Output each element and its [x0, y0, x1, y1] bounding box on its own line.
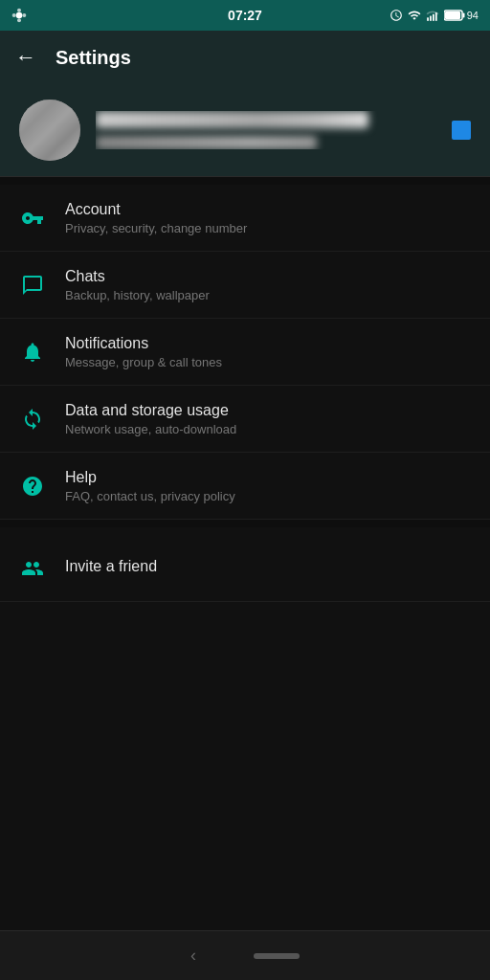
svg-rect-5: [427, 17, 429, 21]
notifications-subtitle: Message, group & call tones: [65, 355, 471, 369]
back-button[interactable]: ←: [15, 45, 36, 70]
svg-point-0: [16, 12, 23, 19]
invite-text: Invite a friend: [65, 558, 471, 578]
chats-icon: [19, 272, 46, 299]
help-subtitle: FAQ, contact us, privacy policy: [65, 489, 471, 503]
settings-item-notifications[interactable]: Notifications Message, group & call tone…: [0, 319, 490, 386]
svg-point-2: [22, 13, 26, 17]
app-header: ← Settings: [0, 31, 490, 84]
petal-icon: [11, 8, 27, 23]
help-icon: [19, 473, 46, 500]
svg-point-1: [17, 9, 21, 12]
wifi-icon: [408, 9, 421, 22]
status-bar-time: 07:27: [228, 8, 262, 23]
status-bar-left: [11, 8, 27, 23]
bottom-nav: ‹: [0, 930, 490, 980]
svg-rect-8: [435, 12, 437, 21]
signal-icon: [426, 9, 439, 22]
settings-title: Settings: [56, 47, 131, 69]
alarm-icon: [390, 9, 403, 22]
data-title: Data and storage usage: [65, 402, 471, 419]
battery-level: 94: [467, 10, 479, 21]
settings-list: Account Privacy, security, change number…: [0, 185, 490, 930]
invite-divider: [0, 520, 490, 527]
svg-point-3: [17, 18, 21, 22]
settings-item-help[interactable]: Help FAQ, contact us, privacy policy: [0, 453, 490, 520]
data-subtitle: Network usage, auto-download: [65, 422, 471, 436]
settings-item-data[interactable]: Data and storage usage Network usage, au…: [0, 386, 490, 453]
svg-rect-6: [430, 16, 432, 21]
invite-title: Invite a friend: [65, 558, 471, 575]
help-title: Help: [65, 469, 471, 486]
invite-icon: [19, 555, 46, 582]
data-icon: [19, 406, 46, 433]
settings-item-invite[interactable]: Invite a friend: [0, 535, 490, 602]
notifications-title: Notifications: [65, 335, 471, 352]
account-icon: [19, 205, 46, 232]
avatar[interactable]: [19, 100, 80, 161]
account-subtitle: Privacy, security, change number: [65, 221, 471, 235]
profile-section[interactable]: [0, 84, 490, 177]
svg-point-4: [12, 13, 16, 17]
profile-status: [96, 136, 317, 149]
data-text: Data and storage usage Network usage, au…: [65, 402, 471, 436]
status-bar-right: 94: [390, 9, 479, 22]
section-divider: [0, 177, 490, 185]
chats-text: Chats Backup, history, wallpaper: [65, 268, 471, 302]
chats-title: Chats: [65, 268, 471, 285]
svg-rect-11: [445, 11, 460, 19]
nav-back-chevron[interactable]: ‹: [190, 946, 196, 966]
profile-info: [96, 111, 436, 149]
chats-subtitle: Backup, history, wallpaper: [65, 288, 471, 302]
notifications-icon: [19, 339, 46, 366]
help-text: Help FAQ, contact us, privacy policy: [65, 469, 471, 503]
profile-edit-icon: [452, 121, 471, 140]
svg-rect-7: [433, 14, 434, 21]
battery-icon: 94: [444, 10, 479, 21]
notifications-text: Notifications Message, group & call tone…: [65, 335, 471, 369]
account-title: Account: [65, 201, 471, 218]
settings-item-chats[interactable]: Chats Backup, history, wallpaper: [0, 252, 490, 319]
account-text: Account Privacy, security, change number: [65, 201, 471, 235]
nav-home-pill[interactable]: [254, 953, 300, 959]
status-bar: 07:27 94: [0, 0, 490, 31]
settings-item-account[interactable]: Account Privacy, security, change number: [0, 185, 490, 252]
svg-rect-10: [462, 13, 464, 18]
profile-name: [96, 111, 368, 128]
